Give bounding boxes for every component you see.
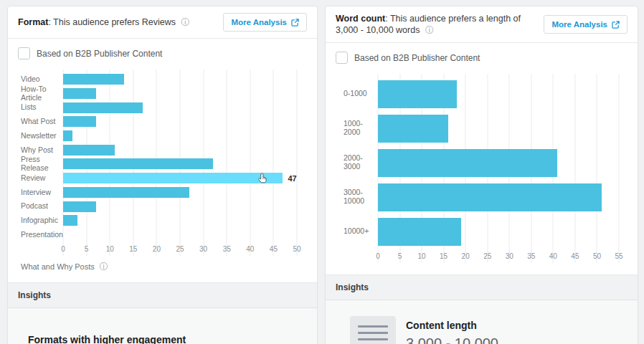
chart-row: Presentation bbox=[8, 228, 317, 242]
more-analysis-button[interactable]: More Analysis bbox=[223, 13, 307, 32]
insights-body: Formats with higher engagement Review bbox=[8, 308, 317, 344]
format-panel-header: Format: This audience prefers Reviews ⓘ … bbox=[8, 6, 317, 39]
bar-track bbox=[63, 145, 297, 156]
axis-tick-label: 45 bbox=[270, 245, 278, 253]
chart-rows: 0-10001000-20002000-30003000-1000010000+ bbox=[326, 77, 638, 249]
panel-title-rest: : This audience prefers Reviews bbox=[48, 17, 176, 27]
word-count-panel: Word count: This audience prefers a leng… bbox=[325, 6, 638, 344]
more-analysis-label: More Analysis bbox=[231, 18, 287, 27]
axis-tick-label: 0 bbox=[61, 245, 65, 253]
category-label: Why Post bbox=[21, 146, 63, 155]
bar-track bbox=[63, 187, 297, 198]
axis-tick-label: 0 bbox=[376, 252, 380, 260]
insights-header: Insights bbox=[326, 274, 638, 300]
b2b-filter-checkbox[interactable] bbox=[18, 47, 30, 59]
axis-tick-label: 40 bbox=[549, 252, 557, 260]
bar-10000-[interactable] bbox=[378, 218, 461, 246]
bar-podcast[interactable] bbox=[63, 201, 96, 212]
b2b-filter-checkbox[interactable] bbox=[336, 52, 348, 64]
axis-tick-label: 25 bbox=[483, 252, 491, 260]
insights-body: Content length 3,000 - 10,000 bbox=[326, 300, 638, 344]
insights-header: Insights bbox=[8, 282, 317, 308]
content-length-insight: Content length 3,000 - 10,000 bbox=[346, 316, 617, 344]
bar-video[interactable] bbox=[63, 74, 124, 85]
category-label: Podcast bbox=[21, 202, 63, 211]
bar-track bbox=[63, 215, 297, 226]
axis-tick-label: 20 bbox=[153, 245, 161, 253]
chart-row: Infographic bbox=[8, 214, 317, 228]
bar-track: 47 bbox=[63, 173, 297, 183]
axis-tick-label: 55 bbox=[615, 252, 622, 260]
axis-tick-label: 25 bbox=[176, 245, 184, 253]
format-panel: Format: This audience prefers Reviews ⓘ … bbox=[7, 6, 318, 344]
format-bar-chart: VideoHow-To ArticleListsWhat PostNewslet… bbox=[8, 72, 317, 256]
chart-footnote-text: What and Why Posts bbox=[21, 262, 95, 271]
bar-track bbox=[63, 130, 297, 141]
chart-row: 2000-3000 bbox=[326, 145, 638, 180]
chart-footnote: What and Why Posts ⓘ bbox=[8, 256, 317, 273]
bar-3000-10000[interactable] bbox=[378, 183, 602, 211]
bar-0-1000[interactable] bbox=[378, 80, 457, 108]
axis-tick-label: 35 bbox=[223, 245, 231, 253]
b2b-filter-row: Based on B2B Publisher Content bbox=[326, 43, 638, 64]
bar-track bbox=[63, 201, 297, 212]
bar-why-post[interactable] bbox=[63, 145, 115, 156]
word-count-panel-header: Word count: This audience prefers a leng… bbox=[326, 6, 638, 43]
chart-row: Press Release bbox=[8, 157, 317, 171]
b2b-filter-label: Based on B2B Publisher Content bbox=[354, 53, 480, 63]
bar-track bbox=[63, 74, 297, 85]
category-label: 1000-2000 bbox=[344, 120, 378, 136]
word-count-bar-chart: 0-10001000-20002000-30003000-1000010000+… bbox=[326, 77, 638, 263]
chart-row: 3000-10000 bbox=[326, 180, 638, 214]
insight-value: 3,000 - 10,000 bbox=[406, 335, 498, 344]
bar-track bbox=[378, 80, 619, 108]
category-label: Lists bbox=[21, 103, 63, 112]
category-label: Newsletter bbox=[21, 132, 63, 140]
axis-tick-label: 35 bbox=[527, 252, 535, 260]
external-link-icon bbox=[612, 21, 620, 29]
axis-tick-label: 40 bbox=[246, 245, 254, 253]
info-icon[interactable]: ⓘ bbox=[425, 25, 434, 35]
bar-interview[interactable] bbox=[63, 187, 189, 198]
b2b-filter-row: Based on B2B Publisher Content bbox=[8, 39, 317, 59]
bar-track bbox=[63, 158, 297, 169]
bar-track bbox=[63, 229, 297, 240]
axis-tick-label: 10 bbox=[106, 245, 114, 253]
chart-row: Newsletter bbox=[8, 129, 317, 143]
bar-newsletter[interactable] bbox=[63, 130, 72, 141]
category-label: What Post bbox=[21, 118, 63, 126]
info-icon[interactable]: ⓘ bbox=[181, 17, 190, 27]
bar-press-release[interactable] bbox=[63, 158, 213, 169]
chart-x-axis: 0510152025303540455055 bbox=[378, 249, 619, 263]
more-analysis-button[interactable]: More Analysis bbox=[544, 15, 628, 34]
bar-what-post[interactable] bbox=[63, 116, 96, 127]
document-checklist-icon bbox=[350, 316, 396, 344]
chart-row: How-To Article bbox=[8, 87, 317, 101]
category-label: 0-1000 bbox=[344, 90, 378, 98]
chart-row: 10000+ bbox=[326, 214, 638, 249]
info-icon[interactable]: ⓘ bbox=[100, 262, 108, 272]
chart-rows: VideoHow-To ArticleListsWhat PostNewslet… bbox=[8, 72, 317, 242]
bar-lists[interactable] bbox=[63, 102, 143, 113]
chart-row: 0-1000 bbox=[326, 77, 638, 111]
bar-2000-3000[interactable] bbox=[378, 149, 557, 177]
category-label: 10000+ bbox=[344, 227, 378, 236]
bar-1000-2000[interactable] bbox=[378, 115, 448, 143]
bar-review[interactable] bbox=[63, 173, 283, 183]
category-label: Press Release bbox=[21, 156, 63, 172]
chart-row: Video bbox=[8, 72, 317, 87]
bar-how-to-article[interactable] bbox=[63, 88, 96, 99]
category-label: How-To Article bbox=[21, 85, 63, 102]
axis-tick-label: 5 bbox=[398, 252, 402, 260]
axis-tick-label: 30 bbox=[506, 252, 513, 260]
bar-track bbox=[378, 183, 619, 211]
chart-row: Review47 bbox=[8, 171, 317, 186]
content-length-text: Content length 3,000 - 10,000 bbox=[406, 316, 498, 344]
axis-tick-label: 10 bbox=[418, 252, 426, 260]
bar-track bbox=[378, 149, 619, 177]
bar-infographic[interactable] bbox=[63, 215, 77, 226]
bar-track bbox=[378, 218, 619, 246]
chart-x-axis: 05101520253035404550 bbox=[63, 242, 297, 256]
axis-tick-label: 15 bbox=[129, 245, 137, 253]
format-panel-title: Format: This audience prefers Reviews ⓘ bbox=[18, 16, 190, 28]
